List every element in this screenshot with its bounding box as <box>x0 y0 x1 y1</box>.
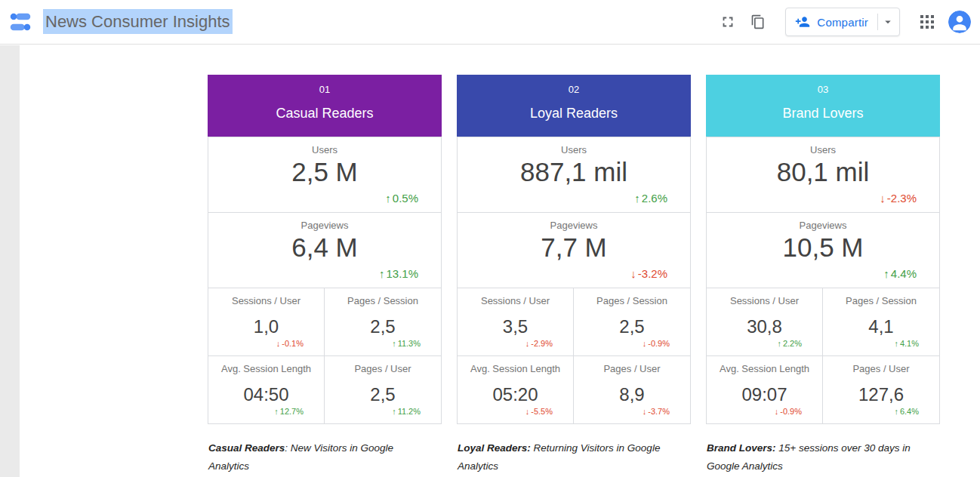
metric-delta: ↓-3.7% <box>643 407 670 416</box>
card-title: Loyal Readers <box>457 105 691 122</box>
metric-value: 2,5 M <box>208 157 441 187</box>
metric-label: Users <box>208 144 441 155</box>
card-header: 01 Casual Readers <box>208 75 442 137</box>
metrics-grid: Sessions / User 30,8 ↑2.2% Pages / Sessi… <box>707 288 939 423</box>
metric-label: Users <box>458 144 690 155</box>
trend-arrow-icon: ↑ <box>634 192 640 205</box>
metric-label: Pageviews <box>458 220 690 231</box>
metric-delta: ↑11.2% <box>392 407 421 416</box>
users-scorecard: Users 2,5 M ↑0.5% <box>208 137 441 213</box>
delta-value: -0.9% <box>780 407 802 416</box>
data-studio-logo-glyph <box>8 9 33 35</box>
card-header: 03 Brand Lovers <box>706 75 940 137</box>
metric-value: 127,6 <box>823 384 939 405</box>
metric-cell-avg-session-length: Avg. Session Length 09:07 ↓-0.9% <box>707 356 823 423</box>
footnote-term: Casual Readers <box>208 442 285 454</box>
segment-card-casual-readers: 01 Casual Readers Users 2,5 M ↑0.5% Page… <box>208 75 442 475</box>
metric-value: 80,1 mil <box>707 157 939 187</box>
metric-value: 2,5 <box>574 316 690 337</box>
share-button[interactable]: Compartir <box>785 8 900 36</box>
metric-label: Pageviews <box>208 220 441 231</box>
share-dropdown-button[interactable] <box>878 9 898 35</box>
trend-arrow-icon: ↓ <box>643 339 647 348</box>
avatar-person-icon <box>948 11 971 33</box>
metric-label: Avg. Session Length <box>707 363 822 375</box>
card-footnote: Brand Lovers: 15+ sessions over 30 days … <box>707 439 926 475</box>
person-add-icon <box>795 14 810 29</box>
metric-value: 3,5 <box>458 316 573 337</box>
delta-value: -0.1% <box>282 339 304 348</box>
delta-value: -3.2% <box>638 267 667 280</box>
metric-value: 10,5 M <box>707 232 939 263</box>
card-body: Users 887,1 mil ↑2.6% Pageviews 7,7 M ↓-… <box>457 137 691 424</box>
header-actions: Compartir <box>713 7 971 37</box>
metric-cell-sessions-per-user: Sessions / User 3,5 ↓-2.9% <box>458 288 574 356</box>
metric-value: 2,5 <box>325 316 441 337</box>
report-title-text: News Consumer Insights <box>43 9 233 34</box>
delta-value: 6.4% <box>900 407 919 416</box>
metric-cell-avg-session-length: Avg. Session Length 05:20 ↓-5.5% <box>458 356 574 423</box>
card-title: Brand Lovers <box>706 105 940 122</box>
metric-delta: ↑2.6% <box>634 192 667 205</box>
card-body: Users 80,1 mil ↓-2.3% Pageviews 10,5 M ↑… <box>706 137 940 424</box>
pageviews-scorecard: Pageviews 10,5 M ↑4.4% <box>707 213 939 288</box>
metric-label: Avg. Session Length <box>208 363 324 375</box>
metric-value: 1,0 <box>208 316 324 337</box>
metric-delta: ↓-2.3% <box>880 192 917 205</box>
delta-value: 4.1% <box>900 339 919 348</box>
metric-delta: ↓-2.9% <box>525 339 553 348</box>
metric-label: Pages / Session <box>823 295 939 307</box>
metrics-grid: Sessions / User 3,5 ↓-2.9% Pages / Sessi… <box>458 288 690 423</box>
trend-arrow-icon: ↑ <box>379 267 385 280</box>
metric-delta: ↑11.3% <box>392 339 421 348</box>
report-title: News Consumer Insights <box>43 12 233 32</box>
metric-delta: ↑4.4% <box>883 267 917 280</box>
metric-label: Pages / Session <box>325 295 441 307</box>
metric-cell-pages-per-user: Pages / User 2,5 ↑11.2% <box>325 356 441 423</box>
metric-label: Pages / User <box>574 363 690 375</box>
metric-delta: ↑0.5% <box>385 192 418 205</box>
metric-cell-pages-per-session: Pages / Session 4,1 ↑4.1% <box>823 288 939 356</box>
metric-delta: ↓-0.1% <box>276 339 304 348</box>
trend-arrow-icon: ↓ <box>880 192 886 205</box>
segment-card-brand-lovers: 03 Brand Lovers Users 80,1 mil ↓-2.3% Pa… <box>706 75 940 475</box>
metric-value: 04:50 <box>208 384 324 405</box>
metric-label: Pages / User <box>823 363 939 375</box>
copy-report-button[interactable] <box>743 7 773 37</box>
metric-delta: ↓-0.9% <box>775 407 802 416</box>
delta-value: 13.1% <box>386 267 418 280</box>
apps-grid-icon <box>920 15 934 29</box>
app-header: News Consumer Insights Compartir <box>0 0 980 45</box>
metric-label: Sessions / User <box>707 295 822 307</box>
metric-label: Pages / User <box>325 363 441 375</box>
card-number: 02 <box>457 84 691 95</box>
metric-delta: ↑6.4% <box>894 407 919 416</box>
metric-label: Sessions / User <box>458 295 573 307</box>
metric-value: 6,4 M <box>208 232 441 263</box>
metric-cell-pages-per-session: Pages / Session 2,5 ↓-0.9% <box>574 288 690 356</box>
trend-arrow-icon: ↑ <box>385 192 391 205</box>
metric-cell-sessions-per-user: Sessions / User 30,8 ↑2.2% <box>707 288 823 356</box>
metric-value: 30,8 <box>707 316 822 337</box>
trend-arrow-icon: ↓ <box>630 267 636 280</box>
trend-arrow-icon: ↑ <box>777 339 781 348</box>
trend-arrow-icon: ↑ <box>894 339 898 348</box>
metric-value: 05:20 <box>458 384 573 405</box>
card-number: 01 <box>208 84 442 95</box>
trend-arrow-icon: ↑ <box>392 407 396 416</box>
card-footnote: Loyal Readers: Returning Visitors in Goo… <box>458 439 676 475</box>
metric-cell-pages-per-session: Pages / Session 2,5 ↑11.3% <box>325 288 441 356</box>
apps-grid-button[interactable] <box>912 7 942 37</box>
delta-value: 4.4% <box>891 267 917 280</box>
delta-value: 2.6% <box>642 192 667 205</box>
metric-delta: ↓-0.9% <box>643 339 670 348</box>
fullscreen-button[interactable] <box>713 7 743 37</box>
card-body: Users 2,5 M ↑0.5% Pageviews 6,4 M ↑13.1%… <box>208 137 442 424</box>
data-studio-logo-icon[interactable] <box>8 9 33 35</box>
metric-value: 887,1 mil <box>458 157 690 187</box>
delta-value: -5.5% <box>531 407 553 416</box>
user-avatar[interactable] <box>948 11 971 33</box>
metric-value: 4,1 <box>823 316 939 337</box>
delta-value: -2.3% <box>887 192 917 205</box>
trend-arrow-icon: ↓ <box>276 339 281 348</box>
